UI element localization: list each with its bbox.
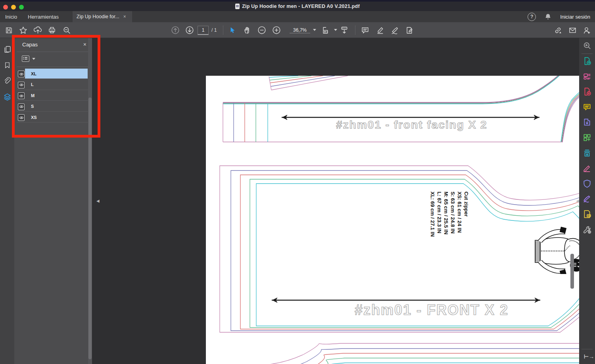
zoom-out-icon[interactable] <box>257 25 267 35</box>
bookmarks-icon[interactable] <box>2 60 12 70</box>
attachments-paperclip-icon[interactable] <box>2 76 12 85</box>
zoom-level-value[interactable]: 36,7% <box>290 27 310 33</box>
zoom-in-icon[interactable] <box>272 25 281 35</box>
acrobat-window: Zip Up Hoodie for men - LAYERED A0 V.202… <box>0 0 595 364</box>
zoom-caret-icon[interactable] <box>313 29 316 31</box>
strip-piece-title: #zhm01 - front facing X 2 <box>336 119 487 131</box>
layer-label: XL <box>31 71 36 76</box>
tab-bar: Inicio Herramientas Zip Up Hoodie for...… <box>0 11 595 22</box>
layer-row-xl[interactable]: XL <box>14 68 92 79</box>
save-icon[interactable] <box>4 25 13 35</box>
tab-inicio[interactable]: Inicio <box>5 11 17 22</box>
more-tools-icon[interactable] <box>583 225 591 234</box>
layers-panel-scrollbar[interactable] <box>88 38 92 364</box>
account-person-icon[interactable] <box>582 25 591 35</box>
comment-icon[interactable] <box>360 25 370 35</box>
layer-row-xs[interactable]: XS <box>14 112 92 123</box>
zoom-window-button[interactable] <box>19 5 24 10</box>
comment-tool-icon[interactable] <box>583 103 591 111</box>
layers-panel-close-icon[interactable]: × <box>83 41 86 48</box>
combine-files-tool-icon[interactable] <box>583 118 591 126</box>
layer-row-l[interactable]: L <box>14 79 92 90</box>
tab-close-icon[interactable]: × <box>123 14 126 19</box>
previous-page-icon[interactable] <box>171 25 180 35</box>
front-piece-title: #zhm01 - FRONT X 2 <box>355 302 509 318</box>
layer-label: XS <box>31 115 37 120</box>
layer-label: M <box>31 93 35 98</box>
layer-visibility-eye-icon[interactable] <box>18 114 25 121</box>
edit-stamp-icon[interactable] <box>405 25 414 35</box>
layer-row-m[interactable]: M <box>14 90 92 101</box>
layers-options-button[interactable] <box>22 56 35 62</box>
layer-label: L <box>31 82 34 87</box>
pdf-file-icon <box>235 4 240 9</box>
request-sign-tool-icon[interactable] <box>583 210 591 218</box>
fill-sign-pen-icon[interactable] <box>390 25 399 35</box>
layer-label: S <box>31 104 34 109</box>
title-bar: Zip Up Hoodie for men - LAYERED A0 V.202… <box>0 2 595 11</box>
layer-visibility-eye-icon[interactable] <box>18 82 25 88</box>
share-link-icon[interactable] <box>553 25 562 35</box>
sign-in-button[interactable]: Iniciar sesión <box>560 14 590 20</box>
highlight-icon[interactable] <box>375 25 385 35</box>
protect-tool-icon[interactable] <box>583 179 591 188</box>
certificates-tool-icon[interactable] <box>583 194 591 203</box>
search-icon[interactable] <box>62 25 71 35</box>
help-icon[interactable]: ? <box>528 13 536 21</box>
tab-herramientas[interactable]: Herramientas <box>28 11 59 22</box>
tab-document-label: Zip Up Hoodie for... <box>77 14 119 19</box>
notifications-bell-icon[interactable] <box>545 13 551 20</box>
create-pdf-tool-icon[interactable] <box>583 87 591 96</box>
collapse-left-panel-icon[interactable]: ◀ <box>96 199 100 203</box>
search-zoom-tool-icon[interactable] <box>583 41 591 50</box>
page-thumbnails-icon[interactable] <box>2 44 12 54</box>
close-window-button[interactable] <box>3 5 8 10</box>
tab-document[interactable]: Zip Up Hoodie for... × <box>73 11 132 22</box>
organize-pages-tool-icon[interactable] <box>583 133 591 142</box>
hand-tool-icon[interactable] <box>243 25 252 35</box>
traffic-lights <box>3 5 24 10</box>
favorite-star-icon[interactable] <box>18 25 28 35</box>
layers-options-icon <box>22 56 29 62</box>
vertical-scrollbar[interactable] <box>570 254 574 289</box>
left-navigation-rail <box>0 38 14 364</box>
page-total-label: / 1 <box>211 27 217 33</box>
pdf-page[interactable]: #zhm01 - front facing X 2 #zhm01 - FRONT… <box>206 76 595 364</box>
print-icon[interactable] <box>47 25 57 35</box>
fit-width-icon[interactable] <box>321 25 331 35</box>
document-area: #zhm01 - front facing X 2 #zhm01 - FRONT… <box>92 38 579 364</box>
fit-caret-icon[interactable] <box>334 29 337 31</box>
email-icon[interactable] <box>568 25 577 35</box>
layers-icon[interactable] <box>2 92 12 102</box>
page-number-input[interactable]: 1 <box>198 26 209 35</box>
compress-pdf-tool-icon[interactable] <box>583 149 591 157</box>
window-title: Zip Up Hoodie for men - LAYERED A0 V.202… <box>242 4 360 9</box>
layers-panel-title: Capas <box>22 42 38 48</box>
layer-row-s[interactable]: S <box>14 101 92 112</box>
layer-visibility-eye-icon[interactable] <box>18 71 25 77</box>
main-toolbar: 1 / 1 36,7% <box>0 22 595 38</box>
layer-visibility-eye-icon[interactable] <box>18 92 25 99</box>
next-page-icon[interactable] <box>185 25 194 35</box>
export-pdf-tool-icon[interactable] <box>583 57 591 65</box>
layer-visibility-eye-icon[interactable] <box>18 103 25 110</box>
layers-panel: Capas × XLLMSXS <box>14 38 92 364</box>
minimize-window-button[interactable] <box>11 5 16 10</box>
scrolling-mode-icon[interactable] <box>340 25 349 35</box>
layers-options-caret-icon <box>32 58 35 60</box>
collapse-right-panel-icon[interactable]: ◀ <box>576 199 579 203</box>
cut-zipper-measurements: Cut zipper XS: 61 cm / 24 IN S: 63 cm / … <box>429 192 470 237</box>
open-tools-panel-icon[interactable]: ⊢→ <box>584 353 594 360</box>
edit-pdf-tool-icon[interactable] <box>583 72 591 81</box>
share-upload-icon[interactable] <box>33 25 42 35</box>
select-tool-icon[interactable] <box>228 25 238 35</box>
fill-sign-tool-icon[interactable] <box>583 164 591 172</box>
right-tools-rail: ⊢→ <box>579 38 595 364</box>
